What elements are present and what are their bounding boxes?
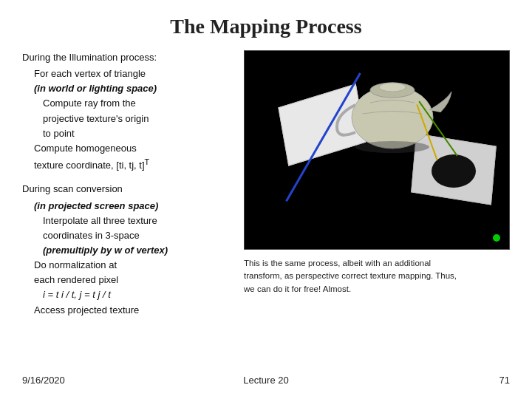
section1-line6: Compute homogeneous [22,141,236,156]
section1-superscript: T [145,157,150,166]
section2-line8: Access projected texture [22,303,236,318]
section2-line5: Do normalization at [22,258,236,273]
section1-line7: texture coordinate, [ti, tj, t]T [22,156,236,173]
section2-line4: (premultiply by w of vertex) [22,243,236,258]
footer-date: 9/16/2020 [22,375,65,386]
section2-line4-bold: (premultiply by w of vertex) [43,245,168,256]
section1-header: During the Illumination process: [22,50,236,65]
section1-coord-text: texture coordinate, [ti, tj, t] [34,160,145,171]
teapot-image [244,50,510,250]
scene [245,51,509,249]
slide: The Mapping Process During the Illuminat… [0,0,532,399]
section1-line5: to point [22,126,236,141]
footer-page: 71 [499,375,510,386]
section1-line2-bold: (in world or lighting space) [34,83,157,94]
caption-line1: This is the same process, albeit with an… [244,259,431,267]
footer-lecture: Lecture 20 [243,375,288,386]
section1-line4: projective texture's origin [22,112,236,126]
content-area: During the Illumination process: For eac… [22,50,510,318]
section1-line2: (in world or lighting space) [22,81,236,96]
svg-point-3 [355,141,429,153]
left-panel: During the Illumination process: For eac… [22,50,236,318]
right-panel: This is the same process, albeit with an… [244,50,510,318]
slide-title: The Mapping Process [22,15,510,38]
section2-header: During scan conversion [22,182,236,197]
section1-line1: For each vertex of triangle [22,66,236,81]
section2-line1-bold: (in projected screen space) [34,200,158,211]
section1-line3: Compute ray from the [22,96,236,111]
caption-line3: we can do it for free! Almost. [244,284,351,293]
caption-area: This is the same process, albeit with an… [244,257,510,296]
section2-line3: coordinates in 3-space [22,228,236,243]
section2-line1: (in projected screen space) [22,199,236,214]
teapot-svg [333,62,466,166]
footer-lecture-text: Lecture 20 [243,375,288,386]
svg-point-2 [379,83,406,92]
section2-line2: Interpolate all three texture [22,214,236,228]
caption-line2: transform, as perspective correct textur… [244,271,457,280]
green-dot [493,234,500,242]
section2-line6: each rendered pixel [22,273,236,287]
section2-line7: i = t i / t, j = t j / t [22,287,236,302]
